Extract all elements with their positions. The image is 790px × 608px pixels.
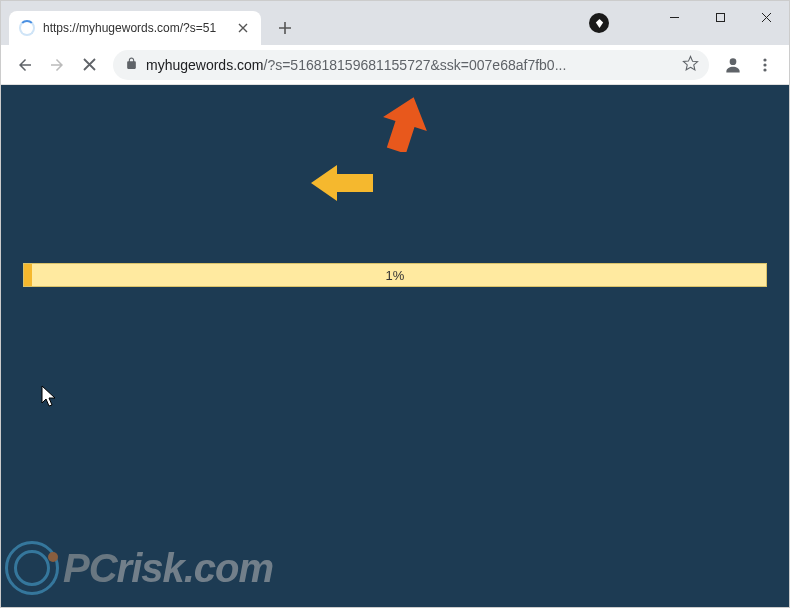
watermark-logo-icon xyxy=(5,541,59,595)
close-window-button[interactable] xyxy=(743,1,789,33)
new-tab-button[interactable] xyxy=(271,14,299,42)
back-button[interactable] xyxy=(9,49,41,81)
browser-tab[interactable]: https://myhugewords.com/?s=51 xyxy=(9,11,261,45)
tab-title: https://myhugewords.com/?s=51 xyxy=(43,21,229,35)
progress-bar-fill xyxy=(24,264,32,286)
profile-button[interactable] xyxy=(717,49,749,81)
extension-shield-icon[interactable] xyxy=(589,13,609,33)
progress-bar: 1% xyxy=(23,263,767,287)
mouse-cursor-icon xyxy=(41,385,59,413)
lock-icon xyxy=(125,57,138,73)
loading-spinner-icon xyxy=(19,20,35,36)
address-bar[interactable]: myhugewords.com/?s=516818159681155727&ss… xyxy=(113,50,709,80)
bookmark-star-icon[interactable] xyxy=(682,55,699,75)
progress-bar-text: 1% xyxy=(386,268,405,283)
stop-reload-button[interactable] xyxy=(73,49,105,81)
window-titlebar: https://myhugewords.com/?s=51 xyxy=(1,1,789,45)
watermark-text: PCrisk.com xyxy=(63,546,273,591)
svg-rect-0 xyxy=(716,13,724,21)
maximize-button[interactable] xyxy=(697,1,743,33)
tab-close-button[interactable] xyxy=(235,20,251,36)
annotation-arrow-up-icon xyxy=(382,96,428,156)
svg-point-4 xyxy=(763,68,766,71)
annotation-arrow-left-icon xyxy=(311,165,373,205)
url-path: /?s=516818159681155727&ssk=007e68af7fb0.… xyxy=(264,57,567,73)
minimize-button[interactable] xyxy=(651,1,697,33)
browser-toolbar: myhugewords.com/?s=516818159681155727&ss… xyxy=(1,45,789,85)
svg-point-2 xyxy=(763,58,766,61)
page-content: 1% PCrisk.com xyxy=(1,85,789,607)
svg-point-3 xyxy=(763,63,766,66)
url-domain: myhugewords.com xyxy=(146,57,264,73)
menu-button[interactable] xyxy=(749,49,781,81)
window-controls xyxy=(651,1,789,33)
forward-button[interactable] xyxy=(41,49,73,81)
svg-point-1 xyxy=(730,58,737,65)
watermark: PCrisk.com xyxy=(5,541,273,595)
